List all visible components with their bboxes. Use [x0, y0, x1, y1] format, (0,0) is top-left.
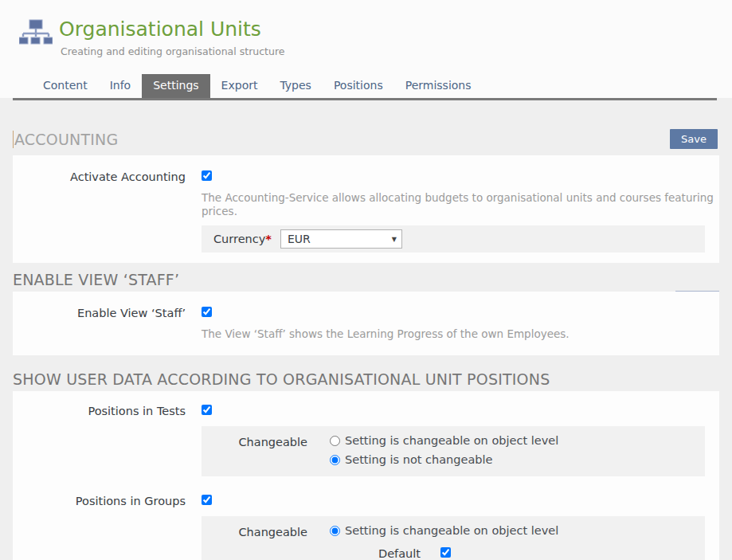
- currency-subpanel: Currency* EUR: [202, 225, 705, 253]
- tab-bar: Content Info Settings Export Types Posit…: [19, 74, 732, 98]
- positions-tests-row: Positions in Tests Changeable Setting is…: [13, 403, 719, 476]
- groups-option-changeable[interactable]: Setting is changeable on object level: [330, 523, 672, 538]
- tests-option-changeable[interactable]: Setting is changeable on object level: [330, 433, 558, 448]
- tab-types[interactable]: Types: [268, 74, 322, 98]
- accounting-description: The Accounting-Service allows allocating…: [202, 191, 719, 218]
- tests-changeable-subpanel: Changeable Setting is changeable on obje…: [202, 426, 705, 476]
- groups-changeable-subpanel: Changeable Setting is changeable on obje…: [202, 516, 705, 560]
- tab-settings[interactable]: Settings: [142, 74, 209, 98]
- tests-not-changeable-radio[interactable]: [330, 455, 340, 465]
- default-setting-block: Default Setting Define the default for u…: [378, 546, 672, 560]
- currency-select[interactable]: EUR: [280, 229, 402, 249]
- tests-changeable-radio-group: Setting is changeable on object level Se…: [330, 433, 558, 468]
- required-marker: *: [265, 233, 272, 245]
- positions-tests-label: Positions in Tests: [13, 403, 186, 476]
- save-button[interactable]: Save: [670, 129, 718, 149]
- positions-groups-label: Positions in Groups: [13, 493, 186, 560]
- enable-staff-label: Enable View ‘Staff’: [13, 305, 186, 341]
- groups-changeable-radio-group: Setting is changeable on object level De…: [330, 523, 672, 560]
- groups-changeable-radio[interactable]: [330, 526, 340, 536]
- page-title: Organisational Units: [59, 18, 284, 41]
- section-staff-header: ENABLE VIEW ‘STAFF’: [13, 268, 719, 291]
- staff-form-panel: Enable View ‘Staff’ The View ‘Staff’ sho…: [13, 292, 719, 355]
- page-header: Organisational Units Creating and editin…: [0, 0, 732, 98]
- section-accounting-header: ACCOUNTING Save: [13, 123, 719, 155]
- panel-edge-line: [675, 291, 719, 292]
- section-accounting-title: ACCOUNTING: [13, 131, 118, 148]
- tests-changeable-label: Changeable: [202, 433, 307, 468]
- section-positions-header: SHOW USER DATA ACCORDING TO ORGANISATION…: [13, 366, 719, 391]
- tab-info[interactable]: Info: [99, 74, 143, 98]
- tab-export[interactable]: Export: [210, 74, 269, 98]
- page-subtitle: Creating and editing organisational stru…: [61, 45, 284, 57]
- staff-description: The View ‘Staff’ shows the Learning Prog…: [202, 327, 719, 341]
- org-units-icon: [19, 19, 53, 46]
- currency-label: Currency*: [213, 233, 280, 245]
- section-staff-title: ENABLE VIEW ‘STAFF’: [13, 271, 179, 288]
- tab-content[interactable]: Content: [32, 74, 99, 98]
- activate-accounting-row: Activate Accounting The Accounting-Servi…: [13, 169, 719, 253]
- activate-accounting-label: Activate Accounting: [13, 169, 186, 253]
- default-setting-checkbox[interactable]: [440, 547, 451, 558]
- tab-permissions[interactable]: Permissions: [394, 74, 483, 98]
- positions-form-panel: Positions in Tests Changeable Setting is…: [13, 391, 719, 560]
- section-positions-title: SHOW USER DATA ACCORDING TO ORGANISATION…: [13, 370, 550, 388]
- enable-staff-row: Enable View ‘Staff’ The View ‘Staff’ sho…: [13, 305, 719, 341]
- accounting-form-panel: Activate Accounting The Accounting-Servi…: [13, 155, 719, 263]
- enable-staff-checkbox[interactable]: [202, 307, 212, 317]
- tab-underline: [13, 98, 717, 100]
- activate-accounting-checkbox[interactable]: [202, 170, 212, 181]
- groups-changeable-label: Changeable: [202, 523, 307, 560]
- currency-select-wrap: EUR: [280, 229, 402, 249]
- tab-positions[interactable]: Positions: [323, 74, 394, 98]
- positions-groups-checkbox[interactable]: [202, 495, 212, 505]
- positions-groups-row: Positions in Groups Changeable Setting i…: [13, 493, 719, 560]
- default-setting-label: Default Setting: [378, 546, 433, 560]
- positions-tests-checkbox[interactable]: [202, 405, 212, 415]
- tests-changeable-radio[interactable]: [330, 436, 340, 446]
- tests-option-not-changeable[interactable]: Setting is not changeable: [330, 452, 558, 468]
